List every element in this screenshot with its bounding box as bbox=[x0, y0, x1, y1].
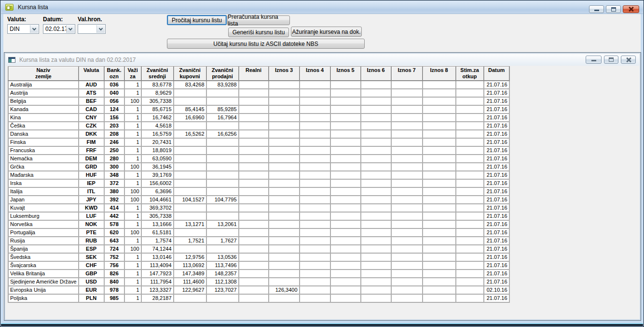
grid-cell[interactable] bbox=[206, 228, 239, 237]
valuta-combobox[interactable]: DIN bbox=[7, 24, 39, 34]
grid-cell[interactable] bbox=[423, 179, 456, 187]
grid-cell[interactable] bbox=[456, 204, 484, 212]
grid-cell[interactable] bbox=[300, 155, 330, 163]
grid-cell[interactable] bbox=[269, 171, 300, 179]
grid-cell[interactable] bbox=[300, 196, 330, 204]
grid-cell[interactable]: 1 bbox=[124, 130, 141, 138]
grid-cell[interactable]: 442 bbox=[104, 212, 124, 220]
grid-cell[interactable] bbox=[330, 237, 361, 245]
grid-cell[interactable]: 83,6778 bbox=[141, 81, 174, 89]
grid-cell[interactable] bbox=[239, 196, 269, 204]
grid-cell[interactable] bbox=[330, 253, 361, 261]
grid-cell[interactable] bbox=[174, 89, 206, 97]
grid-cell[interactable]: 1 bbox=[124, 237, 141, 245]
grid-cell[interactable]: 208 bbox=[104, 130, 124, 138]
grid-cell[interactable] bbox=[239, 261, 269, 270]
grid-cell[interactable] bbox=[300, 212, 330, 220]
grid-cell[interactable] bbox=[330, 146, 361, 155]
grid-cell[interactable] bbox=[361, 97, 391, 105]
grid-cell[interactable]: ATS bbox=[79, 89, 104, 97]
preracunata-button[interactable]: Preračunata kursna lista bbox=[227, 15, 290, 25]
grid-cell[interactable]: 100 bbox=[124, 196, 141, 204]
grid-cell[interactable] bbox=[174, 97, 206, 105]
grid-cell[interactable] bbox=[269, 237, 300, 245]
grid-cell[interactable] bbox=[456, 253, 484, 261]
grid-cell[interactable] bbox=[174, 212, 206, 220]
grid-cell[interactable]: 21.07.16 bbox=[484, 220, 509, 228]
grid-cell[interactable]: 21.07.16 bbox=[484, 81, 509, 89]
datum-dropdown-button[interactable] bbox=[66, 25, 74, 33]
grid-cell[interactable] bbox=[330, 97, 361, 105]
grid-cell[interactable] bbox=[391, 245, 423, 253]
grid-cell[interactable] bbox=[330, 114, 361, 122]
grid-cell[interactable] bbox=[300, 114, 330, 122]
grid-cell[interactable]: 305,7338 bbox=[141, 212, 174, 220]
grid-cell[interactable] bbox=[239, 286, 269, 294]
grid-cell[interactable]: BEF bbox=[79, 97, 104, 105]
grid-cell[interactable]: Kanada bbox=[8, 105, 79, 114]
grid-cell[interactable] bbox=[391, 81, 423, 89]
grid-cell[interactable]: Finska bbox=[8, 138, 79, 146]
grid-cell[interactable]: 21.07.16 bbox=[484, 105, 509, 114]
grid-cell[interactable] bbox=[239, 245, 269, 253]
grid-cell[interactable]: Poljska bbox=[8, 294, 79, 302]
grid-cell[interactable] bbox=[174, 171, 206, 179]
grid-cell[interactable]: 16,7964 bbox=[206, 114, 239, 122]
grid-cell[interactable] bbox=[269, 212, 300, 220]
child-close-button[interactable] bbox=[621, 56, 636, 64]
grid-cell[interactable] bbox=[174, 179, 206, 187]
grid-cell[interactable] bbox=[423, 171, 456, 179]
grid-cell[interactable] bbox=[239, 146, 269, 155]
grid-cell[interactable]: Australija bbox=[8, 81, 79, 89]
grid-cell[interactable]: 380 bbox=[104, 187, 124, 196]
grid-cell[interactable] bbox=[300, 89, 330, 97]
azuriranje-button[interactable]: Ažuriranje kurseva na dok. bbox=[291, 27, 362, 37]
grid-cell[interactable]: 148,2357 bbox=[206, 270, 239, 278]
grid-cell[interactable] bbox=[391, 122, 423, 130]
grid-cell[interactable]: 13,1666 bbox=[141, 220, 174, 228]
grid-cell[interactable] bbox=[239, 130, 269, 138]
grid-cell[interactable] bbox=[391, 278, 423, 286]
grid-cell[interactable]: DKK bbox=[79, 130, 104, 138]
grid-cell[interactable]: 21.07.16 bbox=[484, 138, 509, 146]
grid-cell[interactable]: 13,1271 bbox=[174, 220, 206, 228]
grid-cell[interactable]: 21.07.16 bbox=[484, 163, 509, 171]
grid-cell[interactable] bbox=[330, 138, 361, 146]
grid-cell[interactable] bbox=[456, 122, 484, 130]
grid-cell[interactable] bbox=[239, 187, 269, 196]
grid-cell[interactable] bbox=[269, 105, 300, 114]
grid-cell[interactable] bbox=[269, 204, 300, 212]
grid-cell[interactable] bbox=[361, 130, 391, 138]
grid-cell[interactable]: 100 bbox=[124, 163, 141, 171]
grid-cell[interactable]: Grčka bbox=[8, 163, 79, 171]
grid-cell[interactable] bbox=[206, 89, 239, 97]
minimize-button[interactable] bbox=[589, 5, 604, 13]
grid-cell[interactable]: SEK bbox=[79, 253, 104, 261]
grid-cell[interactable]: 100 bbox=[124, 97, 141, 105]
grid-cell[interactable]: GRD bbox=[79, 163, 104, 171]
grid-cell[interactable] bbox=[330, 261, 361, 270]
grid-cell[interactable] bbox=[239, 81, 269, 89]
grid-cell[interactable] bbox=[300, 187, 330, 196]
grid-cell[interactable] bbox=[361, 220, 391, 228]
grid-cell[interactable]: 826 bbox=[104, 270, 124, 278]
grid-cell[interactable] bbox=[269, 138, 300, 146]
grid-cell[interactable]: HUF bbox=[79, 171, 104, 179]
grid-cell[interactable]: 1 bbox=[124, 138, 141, 146]
datum-combobox[interactable]: 02.02.17 bbox=[43, 24, 75, 34]
grid-cell[interactable]: 4,5618 bbox=[141, 122, 174, 130]
grid-cell[interactable] bbox=[423, 204, 456, 212]
grid-cell[interactable] bbox=[300, 179, 330, 187]
grid-cell[interactable]: 21.07.16 bbox=[484, 196, 509, 204]
ucitaj-ascii-button[interactable]: Učitaj kursnu listu iz ASCII datoteke NB… bbox=[167, 39, 365, 49]
grid-cell[interactable] bbox=[239, 237, 269, 245]
grid-cell[interactable] bbox=[269, 220, 300, 228]
grid-cell[interactable]: 21.07.16 bbox=[484, 130, 509, 138]
grid-cell[interactable] bbox=[423, 278, 456, 286]
grid-cell[interactable]: 348 bbox=[104, 171, 124, 179]
grid-cell[interactable]: JPY bbox=[79, 196, 104, 204]
grid-cell[interactable] bbox=[239, 105, 269, 114]
grid-cell[interactable]: 156,6002 bbox=[141, 179, 174, 187]
grid-cell[interactable] bbox=[206, 212, 239, 220]
grid-cell[interactable]: KWD bbox=[79, 204, 104, 212]
